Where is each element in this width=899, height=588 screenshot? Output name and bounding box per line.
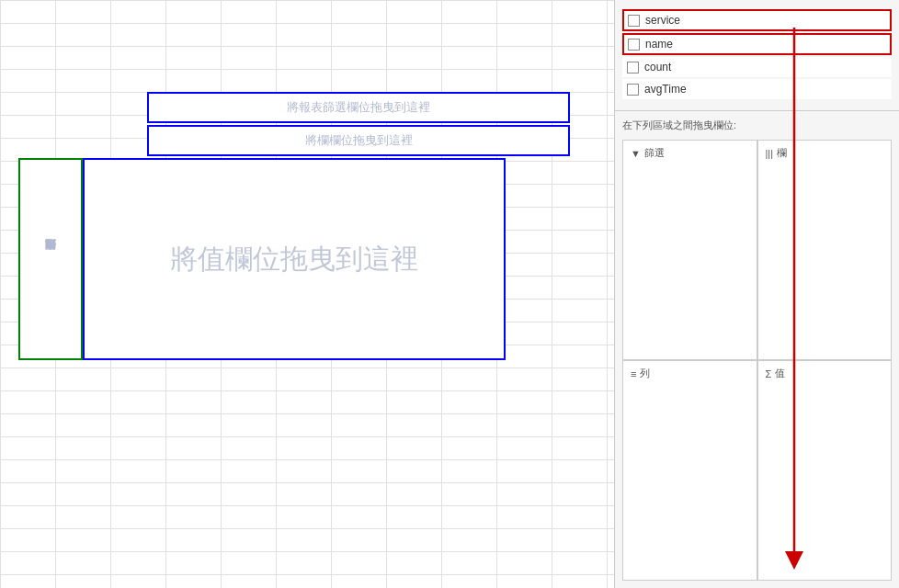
row-zone-label: ≡ 列 (631, 367, 749, 380)
field-checkbox-service[interactable] (628, 15, 640, 27)
field-label-avgtime: avgTime (644, 83, 687, 96)
row-zone[interactable]: ≡ 列 (622, 360, 757, 581)
field-label-count: count (644, 61, 671, 74)
field-item-avgtime[interactable]: avgTime (622, 79, 892, 99)
drop-zones-grid: ▼ 篩選 ||| 欄 ≡ 列 Σ (622, 140, 892, 581)
pivot-main-area: 將報表篩選欄位拖曳到這裡 將欄欄位拖曳到這裡 將列欄位拖曳到這裡 將值欄位拖曳到… (0, 0, 614, 588)
field-item-name[interactable]: name (622, 33, 892, 55)
drop-zones-title: 在下列區域之間拖曳欄位: (622, 119, 892, 132)
value-drop-zone[interactable]: 將值欄位拖曳到這裡 (83, 158, 506, 360)
value-zone[interactable]: Σ 值 (757, 360, 893, 581)
field-item-count[interactable]: count (622, 57, 892, 77)
pivot-container: 將報表篩選欄位拖曳到這裡 將欄欄位拖曳到這裡 將列欄位拖曳到這裡 將值欄位拖曳到… (18, 92, 607, 360)
row-icon: ≡ (631, 368, 636, 379)
row-drop-zone[interactable]: 將列欄位拖曳到這裡 (18, 158, 83, 360)
drop-zones: 在下列區域之間拖曳欄位: ▼ 篩選 ||| 欄 ≡ 列 (615, 111, 899, 588)
field-label-service: service (645, 14, 680, 27)
value-icon: Σ (766, 368, 772, 379)
field-list: service name count avgTime (615, 0, 899, 111)
column-zone-label: ||| 欄 (766, 146, 884, 160)
filter-icon: ▼ (631, 148, 641, 159)
column-drop-zone[interactable]: 將欄欄位拖曳到這裡 (147, 125, 570, 156)
data-area: 將列欄位拖曳到這裡 將值欄位拖曳到這裡 (18, 158, 607, 360)
filter-zone[interactable]: ▼ 篩選 (622, 140, 757, 360)
column-zone[interactable]: ||| 欄 (757, 140, 893, 360)
field-item-service[interactable]: service (622, 9, 892, 31)
filter-zone-label: ▼ 篩選 (631, 146, 749, 160)
right-panel: service name count avgTime 類別變數 在下列區域之間拖… (614, 0, 899, 588)
value-drop-text: 將值欄位拖曳到這裡 (170, 241, 418, 278)
column-drop-text: 將欄欄位拖曳到這裡 (305, 133, 413, 147)
field-checkbox-count[interactable] (627, 62, 639, 74)
filter-drop-text: 將報表篩選欄位拖曳到這裡 (287, 100, 430, 114)
value-zone-label: Σ 值 (766, 367, 884, 380)
column-icon: ||| (766, 148, 774, 159)
field-checkbox-avgtime[interactable] (627, 84, 639, 96)
field-label-name: name (645, 38, 673, 51)
filter-drop-zone[interactable]: 將報表篩選欄位拖曳到這裡 (147, 92, 570, 123)
field-checkbox-name[interactable] (628, 39, 640, 51)
